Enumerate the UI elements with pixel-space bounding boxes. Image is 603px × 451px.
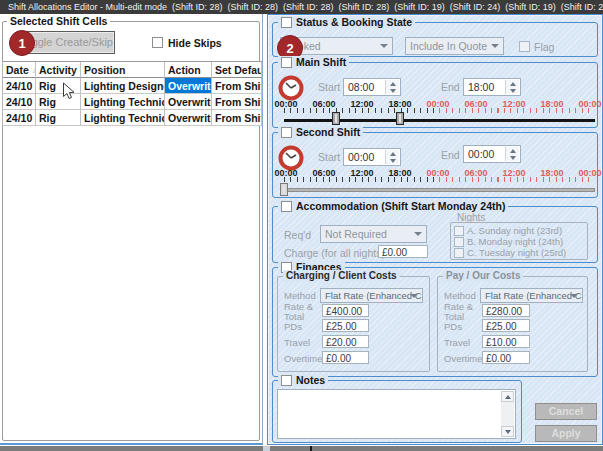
row1-set-defaults[interactable]: From Shift→ <box>212 78 262 94</box>
notes-checkbox[interactable] <box>281 375 292 386</box>
pay-pds-field[interactable]: £25.00 <box>482 319 530 332</box>
pay-rate-field[interactable]: £280.00 <box>482 304 530 317</box>
row1-action[interactable]: Overwrite <box>165 78 212 94</box>
main-shift-end-handle[interactable] <box>396 112 404 125</box>
row2-action[interactable]: Overwrite <box>165 94 212 110</box>
row1-position[interactable]: Lighting Designer <box>81 78 165 94</box>
column-header-set-defaults[interactable]: Set Defaults <box>212 62 262 78</box>
spinner-arrows-icon[interactable] <box>385 80 399 94</box>
second-shift-start-handle[interactable] <box>280 183 288 196</box>
window-title: Shift Allocations Editor - Multi-edit mo… <box>0 0 603 14</box>
spinner-arrows-icon[interactable] <box>385 150 399 164</box>
pay-costs-title: Pay / Our Costs <box>443 270 523 282</box>
clock-icon <box>278 75 304 101</box>
hide-skips-checkbox[interactable] <box>152 37 163 48</box>
charge-field[interactable]: £0.00 <box>378 245 428 258</box>
night-a-label: A. Sunday night (23rd) <box>467 225 562 236</box>
night-a-checkbox[interactable] <box>454 226 464 236</box>
row3-action[interactable]: Overwrite <box>165 110 212 126</box>
notes-scrollbar[interactable] <box>501 391 514 437</box>
annotation-badge-1: 1 <box>9 30 35 56</box>
chevron-down-icon <box>410 294 418 298</box>
bottom-edge-strip <box>0 446 603 451</box>
selected-shift-cells-label: Selected Shift Cells <box>10 15 107 27</box>
spinner-arrows-icon[interactable] <box>505 147 519 161</box>
column-header-activity[interactable]: Activity <box>36 62 81 78</box>
pay-travel-field[interactable]: £10.00 <box>482 335 530 348</box>
row3-date[interactable]: 24/10 <box>3 110 36 126</box>
row2-set-defaults[interactable]: From Shift→ <box>212 94 262 110</box>
second-end-spinner[interactable]: 00:00 <box>463 145 521 163</box>
accommodation-title: Accommodation (Shift Start Monday 24th) <box>278 200 508 212</box>
client-rate-label: Rate & Total <box>284 302 318 322</box>
client-costs-title: Charging / Client Costs <box>283 270 400 282</box>
flag-label: Flag <box>534 41 554 53</box>
row3-position[interactable]: Lighting Technician <box>81 110 165 126</box>
main-shift-start-handle[interactable] <box>332 112 340 125</box>
selected-shift-cells-title: Selected Shift Cells <box>7 15 110 27</box>
notes-title: Notes <box>278 374 328 386</box>
column-header-action[interactable]: Action <box>165 62 212 78</box>
second-start-label: Start <box>318 151 340 163</box>
client-rate-field[interactable]: £400.00 <box>322 304 369 317</box>
apply-button[interactable]: Apply <box>535 425 597 442</box>
main-shift-label: Main Shift <box>296 56 346 68</box>
pay-rate-label: Rate & Total <box>444 302 478 322</box>
charge-label: Charge (for all nights) <box>284 247 385 259</box>
reqd-dropdown[interactable]: Not Required <box>320 225 427 243</box>
accommodation-checkbox[interactable] <box>281 201 292 212</box>
client-overtime-field[interactable]: £0.00 <box>322 351 369 364</box>
notes-label: Notes <box>296 374 325 386</box>
client-method-dropdown[interactable]: Flat Rate (Enhanced Cre <box>320 288 423 303</box>
shift-allocations-editor-window: Shift Allocations Editor - Multi-edit mo… <box>0 0 603 451</box>
night-b-label: B. Monday night (24th) <box>467 236 563 247</box>
scrollbar-down-icon[interactable] <box>501 426 514 437</box>
night-b-checkbox[interactable] <box>454 237 464 247</box>
cancel-button[interactable]: Cancel <box>535 403 597 420</box>
status-booking-checkbox[interactable] <box>281 17 292 28</box>
hide-skips-label: Hide Skips <box>168 37 222 49</box>
second-start-spinner[interactable]: 00:00 <box>343 148 401 166</box>
column-header-position[interactable]: Position <box>81 62 165 78</box>
quote-state-dropdown[interactable]: Include In Quote <box>405 37 504 55</box>
second-shift-slider-track[interactable] <box>284 188 595 192</box>
timeline-ticks <box>439 177 595 182</box>
spinner-arrows-icon[interactable] <box>505 80 519 94</box>
night-c-checkbox[interactable] <box>454 248 464 258</box>
bottom-strip-divider <box>310 446 312 451</box>
pay-pds-label: PDs <box>444 322 462 332</box>
shift-cells-table: Date△ Activity Position Action Set Defau… <box>2 61 262 126</box>
pay-overtime-label: Overtime <box>444 354 483 364</box>
client-travel-field[interactable]: £20.00 <box>322 335 369 348</box>
notes-textarea[interactable] <box>277 389 516 439</box>
flag-checkbox[interactable] <box>519 41 530 52</box>
main-start-label: Start <box>318 81 340 93</box>
row2-date[interactable]: 24/10 <box>3 94 36 110</box>
row1-date[interactable]: 24/10 <box>3 78 36 94</box>
main-shift-checkbox[interactable] <box>281 57 292 68</box>
client-method-label: Method <box>284 291 316 301</box>
pay-method-dropdown[interactable]: Flat Rate (Enhanced Cre <box>480 288 583 303</box>
client-pds-label: PDs <box>284 322 302 332</box>
chevron-down-icon <box>414 232 422 236</box>
status-booking-label: Status & Booking State <box>296 16 412 28</box>
row3-activity[interactable]: Rig <box>36 110 81 126</box>
main-shift-slider-track[interactable] <box>284 119 595 122</box>
column-header-date[interactable]: Date△ <box>3 62 36 78</box>
timeline-ticks <box>439 108 595 113</box>
row2-position[interactable]: Lighting Technician <box>81 94 165 110</box>
second-shift-checkbox[interactable] <box>281 127 292 138</box>
row3-set-defaults[interactable]: From Shift→ <box>212 110 262 126</box>
client-pds-field[interactable]: £25.00 <box>322 319 369 332</box>
main-end-spinner[interactable]: 18:00 <box>463 78 521 96</box>
accommodation-label: Accommodation (Shift Start Monday 24th) <box>296 200 505 212</box>
client-travel-label: Travel <box>284 338 310 348</box>
pay-overtime-field[interactable]: £0.00 <box>482 351 530 364</box>
mouse-cursor-icon <box>62 82 75 101</box>
scrollbar-up-icon[interactable] <box>501 391 514 402</box>
chevron-down-icon <box>570 294 578 298</box>
main-end-label: End <box>441 81 460 93</box>
night-c-label: C. Tuesday night (25rd) <box>467 247 566 258</box>
pay-method-label: Method <box>444 291 476 301</box>
main-start-spinner[interactable]: 08:00 <box>343 78 401 96</box>
